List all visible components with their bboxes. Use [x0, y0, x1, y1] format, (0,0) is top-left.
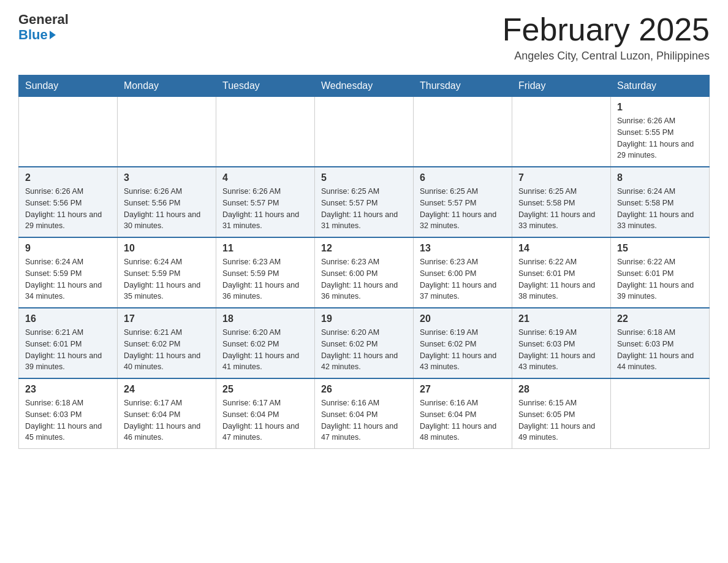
day-number: 3 — [124, 172, 210, 183]
day-number: 10 — [124, 243, 210, 254]
calendar-cell: 14Sunrise: 6:22 AM Sunset: 6:01 PM Dayli… — [512, 237, 611, 308]
day-number: 18 — [222, 313, 308, 324]
calendar-cell — [216, 97, 315, 167]
calendar-cell: 1Sunrise: 6:26 AM Sunset: 5:55 PM Daylig… — [611, 97, 710, 167]
day-number: 4 — [222, 172, 308, 183]
day-number: 11 — [222, 243, 308, 254]
day-info: Sunrise: 6:23 AM Sunset: 6:00 PM Dayligh… — [420, 256, 506, 302]
calendar-cell: 9Sunrise: 6:24 AM Sunset: 5:59 PM Daylig… — [19, 237, 118, 308]
day-number: 21 — [518, 313, 604, 324]
calendar-week-row: 9Sunrise: 6:24 AM Sunset: 5:59 PM Daylig… — [19, 237, 710, 308]
calendar-cell: 26Sunrise: 6:16 AM Sunset: 6:04 PM Dayli… — [315, 378, 414, 449]
calendar-cell — [512, 97, 611, 167]
calendar-cell: 5Sunrise: 6:25 AM Sunset: 5:57 PM Daylig… — [315, 167, 414, 237]
calendar-cell: 2Sunrise: 6:26 AM Sunset: 5:56 PM Daylig… — [19, 167, 118, 237]
day-number: 16 — [25, 313, 111, 324]
calendar-cell: 4Sunrise: 6:26 AM Sunset: 5:57 PM Daylig… — [216, 167, 315, 237]
day-info: Sunrise: 6:16 AM Sunset: 6:04 PM Dayligh… — [321, 397, 407, 443]
logo: General Blue — [18, 12, 69, 43]
day-number: 17 — [124, 313, 210, 324]
calendar-cell: 15Sunrise: 6:22 AM Sunset: 6:01 PM Dayli… — [611, 237, 710, 308]
day-number: 22 — [617, 313, 703, 324]
day-info: Sunrise: 6:26 AM Sunset: 5:56 PM Dayligh… — [124, 186, 210, 232]
day-number: 25 — [222, 384, 308, 395]
day-of-week-header: Sunday — [19, 75, 118, 97]
calendar-cell: 13Sunrise: 6:23 AM Sunset: 6:00 PM Dayli… — [414, 237, 512, 308]
day-info: Sunrise: 6:21 AM Sunset: 6:02 PM Dayligh… — [124, 327, 210, 373]
day-number: 19 — [321, 313, 407, 324]
location-subtitle: Angeles City, Central Luzon, Philippines — [502, 50, 710, 63]
day-info: Sunrise: 6:18 AM Sunset: 6:03 PM Dayligh… — [617, 327, 703, 373]
calendar-cell — [19, 97, 118, 167]
day-info: Sunrise: 6:24 AM Sunset: 5:59 PM Dayligh… — [25, 256, 111, 302]
day-info: Sunrise: 6:22 AM Sunset: 6:01 PM Dayligh… — [518, 256, 604, 302]
day-info: Sunrise: 6:18 AM Sunset: 6:03 PM Dayligh… — [25, 397, 111, 443]
page-header: General Blue February 2025 Angeles City,… — [18, 12, 710, 63]
day-of-week-header: Wednesday — [315, 75, 414, 97]
calendar-cell: 27Sunrise: 6:16 AM Sunset: 6:04 PM Dayli… — [414, 378, 512, 449]
calendar-week-row: 23Sunrise: 6:18 AM Sunset: 6:03 PM Dayli… — [19, 378, 710, 449]
calendar-cell: 25Sunrise: 6:17 AM Sunset: 6:04 PM Dayli… — [216, 378, 315, 449]
calendar-cell: 22Sunrise: 6:18 AM Sunset: 6:03 PM Dayli… — [611, 308, 710, 378]
calendar-cell: 19Sunrise: 6:20 AM Sunset: 6:02 PM Dayli… — [315, 308, 414, 378]
day-number: 20 — [420, 313, 506, 324]
day-number: 28 — [518, 384, 604, 395]
logo-blue-text: Blue — [18, 27, 56, 43]
day-info: Sunrise: 6:20 AM Sunset: 6:02 PM Dayligh… — [321, 327, 407, 373]
day-of-week-header: Thursday — [414, 75, 512, 97]
day-info: Sunrise: 6:19 AM Sunset: 6:02 PM Dayligh… — [420, 327, 506, 373]
day-info: Sunrise: 6:25 AM Sunset: 5:57 PM Dayligh… — [420, 186, 506, 232]
day-info: Sunrise: 6:19 AM Sunset: 6:03 PM Dayligh… — [518, 327, 604, 373]
calendar-cell — [414, 97, 512, 167]
day-info: Sunrise: 6:26 AM Sunset: 5:55 PM Dayligh… — [617, 115, 703, 161]
day-info: Sunrise: 6:17 AM Sunset: 6:04 PM Dayligh… — [222, 397, 308, 443]
day-number: 2 — [25, 172, 111, 183]
day-info: Sunrise: 6:21 AM Sunset: 6:01 PM Dayligh… — [25, 327, 111, 373]
logo-triangle-icon — [50, 31, 56, 39]
calendar-cell: 7Sunrise: 6:25 AM Sunset: 5:58 PM Daylig… — [512, 167, 611, 237]
title-block: February 2025 Angeles City, Central Luzo… — [502, 12, 710, 63]
calendar-week-row: 2Sunrise: 6:26 AM Sunset: 5:56 PM Daylig… — [19, 167, 710, 237]
day-number: 9 — [25, 243, 111, 254]
day-number: 14 — [518, 243, 604, 254]
calendar-cell: 20Sunrise: 6:19 AM Sunset: 6:02 PM Dayli… — [414, 308, 512, 378]
calendar-cell: 17Sunrise: 6:21 AM Sunset: 6:02 PM Dayli… — [118, 308, 216, 378]
day-number: 13 — [420, 243, 506, 254]
day-info: Sunrise: 6:16 AM Sunset: 6:04 PM Dayligh… — [420, 397, 506, 443]
calendar-cell: 6Sunrise: 6:25 AM Sunset: 5:57 PM Daylig… — [414, 167, 512, 237]
calendar-cell: 10Sunrise: 6:24 AM Sunset: 5:59 PM Dayli… — [118, 237, 216, 308]
calendar-cell: 24Sunrise: 6:17 AM Sunset: 6:04 PM Dayli… — [118, 378, 216, 449]
calendar-cell: 28Sunrise: 6:15 AM Sunset: 6:05 PM Dayli… — [512, 378, 611, 449]
day-of-week-header: Friday — [512, 75, 611, 97]
calendar-cell: 3Sunrise: 6:26 AM Sunset: 5:56 PM Daylig… — [118, 167, 216, 237]
day-info: Sunrise: 6:17 AM Sunset: 6:04 PM Dayligh… — [124, 397, 210, 443]
day-info: Sunrise: 6:20 AM Sunset: 6:02 PM Dayligh… — [222, 327, 308, 373]
calendar-week-row: 1Sunrise: 6:26 AM Sunset: 5:55 PM Daylig… — [19, 97, 710, 167]
calendar-cell: 8Sunrise: 6:24 AM Sunset: 5:58 PM Daylig… — [611, 167, 710, 237]
calendar-cell — [118, 97, 216, 167]
day-number: 6 — [420, 172, 506, 183]
calendar-cell — [315, 97, 414, 167]
day-info: Sunrise: 6:23 AM Sunset: 5:59 PM Dayligh… — [222, 256, 308, 302]
calendar-cell: 12Sunrise: 6:23 AM Sunset: 6:00 PM Dayli… — [315, 237, 414, 308]
logo-general-text: General — [18, 12, 69, 27]
calendar-week-row: 16Sunrise: 6:21 AM Sunset: 6:01 PM Dayli… — [19, 308, 710, 378]
day-info: Sunrise: 6:23 AM Sunset: 6:00 PM Dayligh… — [321, 256, 407, 302]
calendar-cell: 16Sunrise: 6:21 AM Sunset: 6:01 PM Dayli… — [19, 308, 118, 378]
day-info: Sunrise: 6:26 AM Sunset: 5:57 PM Dayligh… — [222, 186, 308, 232]
day-number: 24 — [124, 384, 210, 395]
calendar-table: SundayMondayTuesdayWednesdayThursdayFrid… — [18, 75, 710, 449]
day-info: Sunrise: 6:25 AM Sunset: 5:58 PM Dayligh… — [518, 186, 604, 232]
day-info: Sunrise: 6:15 AM Sunset: 6:05 PM Dayligh… — [518, 397, 604, 443]
calendar-cell — [611, 378, 710, 449]
day-number: 15 — [617, 243, 703, 254]
day-of-week-header: Monday — [118, 75, 216, 97]
day-number: 8 — [617, 172, 703, 183]
calendar-cell: 23Sunrise: 6:18 AM Sunset: 6:03 PM Dayli… — [19, 378, 118, 449]
day-number: 12 — [321, 243, 407, 254]
day-number: 7 — [518, 172, 604, 183]
day-info: Sunrise: 6:24 AM Sunset: 5:59 PM Dayligh… — [124, 256, 210, 302]
day-of-week-header: Tuesday — [216, 75, 315, 97]
calendar-cell: 18Sunrise: 6:20 AM Sunset: 6:02 PM Dayli… — [216, 308, 315, 378]
day-number: 23 — [25, 384, 111, 395]
